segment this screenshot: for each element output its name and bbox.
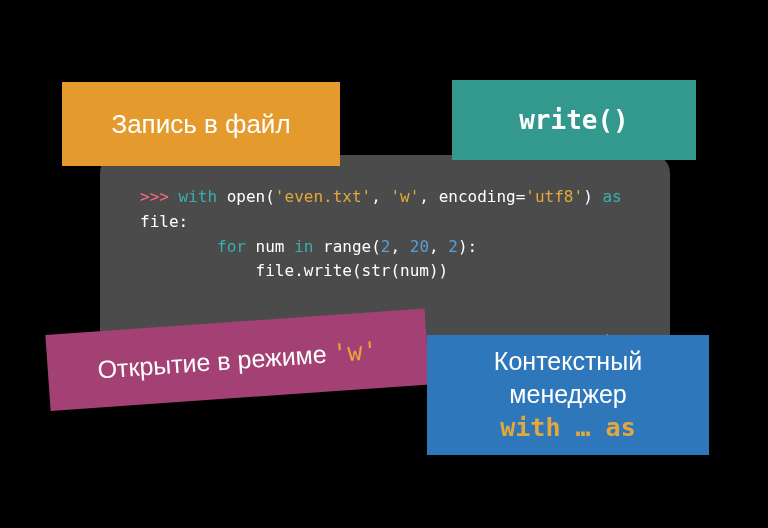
label-text: Открытие в режиме (97, 339, 328, 384)
label-write-func: write() (452, 80, 696, 160)
label-mode-literal: 'w' (331, 335, 378, 367)
code-text: , (371, 187, 390, 206)
num-lit: 2 (448, 237, 458, 256)
code-text: , encoding= (419, 187, 525, 206)
label-context-manager: Контекстный менеджер with … as (427, 335, 709, 455)
prompt: >>> (140, 187, 179, 206)
code-line: file.write(str(num)) (140, 261, 448, 280)
code-text: range( (313, 237, 380, 256)
label-text: write() (519, 105, 629, 135)
num-lit: 20 (410, 237, 429, 256)
code-text: ): (458, 237, 477, 256)
label-line1: Контекстный (494, 345, 642, 378)
code-text: , (390, 237, 409, 256)
kw-for: for (217, 237, 246, 256)
label-text: Запись в файл (111, 109, 290, 140)
code-indent (140, 237, 217, 256)
str-encoding: 'utf8' (525, 187, 583, 206)
label-write-to-file: Запись в файл (62, 82, 340, 166)
code-text: open( (217, 187, 275, 206)
str-mode: 'w' (390, 187, 419, 206)
code-text: ) (583, 187, 602, 206)
code-text: num (246, 237, 294, 256)
code-text: file: (140, 212, 188, 231)
kw-as: as (602, 187, 621, 206)
str-filename: 'even.txt' (275, 187, 371, 206)
kw-with: with (179, 187, 218, 206)
kw-in: in (294, 237, 313, 256)
label-with-as: with … as (500, 412, 635, 445)
label-line2: менеджер (509, 378, 626, 411)
code-text: , (429, 237, 448, 256)
code-block: >>> with open('even.txt', 'w', encoding=… (140, 185, 635, 284)
